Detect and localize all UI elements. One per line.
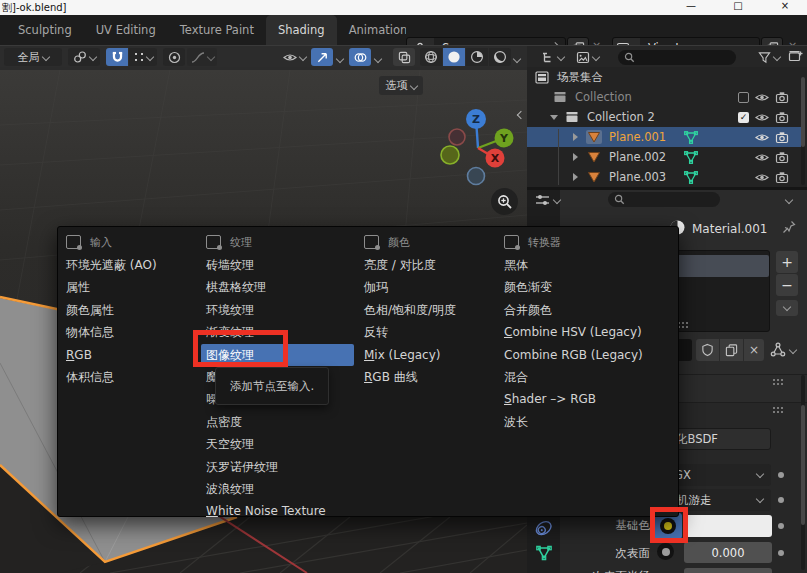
properties-search-input[interactable]	[608, 192, 720, 207]
viewport-zoom-button[interactable]	[491, 188, 518, 215]
shading-solid-button[interactable]	[443, 48, 465, 66]
menu-item[interactable]: 色相/饱和度/明度	[364, 299, 496, 321]
menu-item[interactable]: 物体信息	[66, 321, 198, 343]
exclude-checkbox[interactable]: ✓	[738, 112, 749, 123]
object-data-tab-icon[interactable]	[535, 544, 553, 562]
menu-item[interactable]: 棋盘格纹理	[206, 276, 359, 298]
menu-item[interactable]: 波浪纹理	[206, 478, 359, 500]
disclosure-open-icon[interactable]	[550, 115, 558, 120]
animate-dot[interactable]	[778, 523, 784, 529]
properties-scrollbar[interactable]	[801, 375, 805, 570]
gizmos-toggle[interactable]	[311, 48, 333, 66]
camera-render-icon[interactable]	[775, 111, 789, 124]
menu-item[interactable]: 波长	[504, 411, 676, 433]
menu-item[interactable]: Combine HSV (Legacy)	[504, 321, 676, 343]
chevron-down-icon[interactable]	[336, 55, 344, 63]
add-slot-button[interactable]: +	[776, 251, 798, 273]
menu-item[interactable]: 混合	[504, 366, 676, 388]
menu-item[interactable]: 颜色属性	[66, 299, 198, 321]
chevron-down-icon[interactable]	[374, 55, 382, 63]
outliner-row-collection[interactable]: Collection	[527, 87, 801, 107]
outliner-row-plane001[interactable]: Plane.001	[527, 127, 801, 147]
camera-render-icon[interactable]	[775, 131, 789, 144]
disclosure-closed-icon[interactable]	[573, 173, 578, 181]
clipped-row-field[interactable]: 1.000	[684, 568, 772, 573]
tab-uv-editing[interactable]: UV Editing	[84, 15, 168, 45]
outliner-row-plane003[interactable]: Plane.003	[527, 167, 801, 187]
menu-item[interactable]: 沃罗诺伊纹理	[206, 456, 359, 478]
camera-render-icon[interactable]	[775, 91, 789, 104]
animate-dot[interactable]	[778, 472, 784, 478]
panel-grip[interactable]	[772, 378, 786, 385]
base-color-swatch[interactable]	[684, 515, 772, 537]
menu-item[interactable]: 属性	[66, 276, 198, 298]
slot-specials-dropdown[interactable]	[776, 300, 798, 316]
menu-item[interactable]: 合并颜色	[504, 299, 676, 321]
proportional-editing-toggle[interactable]	[163, 48, 185, 66]
xray-toggle[interactable]	[393, 48, 415, 66]
socket-icon[interactable]	[657, 543, 674, 560]
new-material-button[interactable]	[720, 339, 743, 361]
shading-wireframe-button[interactable]	[420, 48, 442, 66]
exclude-checkbox[interactable]	[738, 92, 749, 103]
remove-slot-button[interactable]: −	[776, 274, 798, 296]
subsurface-value-field[interactable]: 0.000	[684, 542, 772, 563]
viewport-options-dropdown[interactable]: 选项	[379, 76, 423, 95]
menu-item[interactable]: 砖墙纹理	[206, 254, 359, 276]
eye-icon[interactable]	[755, 91, 769, 104]
mesh-data-icon[interactable]	[683, 150, 699, 165]
menu-item[interactable]: 亮度 / 对比度	[364, 254, 496, 276]
outliner-search-input[interactable]	[618, 50, 736, 65]
menu-item[interactable]: RGB	[66, 344, 198, 366]
menu-item[interactable]: Shader –> RGB	[504, 388, 676, 410]
fake-user-button[interactable]	[696, 339, 719, 361]
proportional-falloff-dropdown[interactable]	[187, 48, 217, 66]
camera-render-icon[interactable]	[775, 171, 789, 184]
mesh-data-icon[interactable]	[683, 170, 699, 185]
shading-rendered-button[interactable]	[489, 48, 511, 66]
outliner-row-plane002[interactable]: Plane.002	[527, 147, 801, 167]
list-resize-grip[interactable]	[677, 321, 691, 328]
snap-toggle[interactable]	[106, 48, 128, 66]
eye-icon[interactable]	[755, 111, 769, 124]
pin-icon[interactable]	[782, 220, 796, 234]
tab-sculpting[interactable]: Sculpting	[6, 15, 84, 45]
menu-item[interactable]: Combine RGB (Legacy)	[504, 344, 676, 366]
disclosure-closed-icon[interactable]	[573, 153, 578, 161]
menu-item[interactable]: 环境光遮蔽 (AO)	[66, 254, 198, 276]
tab-animation[interactable]: Animation	[337, 15, 406, 45]
overlays-toggle[interactable]	[349, 48, 371, 66]
menu-item[interactable]: Mix (Legacy)	[364, 344, 496, 366]
outliner-display-mode-dropdown[interactable]	[571, 48, 603, 66]
menu-item[interactable]: RGB 曲线	[364, 366, 496, 388]
snap-to-dropdown[interactable]	[129, 48, 157, 66]
new-collection-button[interactable]	[788, 49, 803, 64]
show-gizmo-dropdown[interactable]	[278, 48, 310, 66]
menu-item[interactable]: 黑体	[504, 254, 676, 276]
physics-tab-icon[interactable]	[533, 518, 554, 539]
tab-shading[interactable]: Shading	[266, 15, 337, 45]
animate-dot[interactable]	[778, 497, 784, 503]
transform-orientation-dropdown[interactable]: 全局	[4, 48, 62, 66]
mesh-data-icon[interactable]	[683, 130, 699, 145]
minimize-button[interactable]: —	[680, 0, 702, 14]
menu-item[interactable]: 环境纹理	[206, 299, 359, 321]
properties-editor-type-dropdown[interactable]	[535, 193, 560, 207]
unlink-material-button[interactable]: ×	[744, 339, 764, 361]
menu-item[interactable]: 天空纹理	[206, 433, 359, 455]
camera-render-icon[interactable]	[775, 151, 789, 164]
menu-item[interactable]: White Noise Texture	[206, 500, 359, 522]
tab-texture-paint[interactable]: Texture Paint	[168, 15, 266, 45]
menu-item[interactable]: 体积信息	[66, 366, 198, 388]
shading-material-button[interactable]	[466, 48, 488, 66]
animate-dot[interactable]	[778, 550, 784, 556]
menu-item[interactable]: 颜色渐变	[504, 276, 676, 298]
disclosure-closed-icon[interactable]	[573, 133, 578, 141]
outliner-row-collection2[interactable]: Collection 2 ✓	[527, 107, 801, 127]
eye-icon[interactable]	[755, 171, 769, 184]
menu-item[interactable]: 伽玛	[364, 276, 496, 298]
outliner-scrollbar[interactable]	[801, 77, 805, 185]
outliner-filter-dropdown[interactable]	[755, 48, 783, 66]
close-button[interactable]: ×	[774, 0, 796, 14]
eye-icon[interactable]	[755, 151, 769, 164]
